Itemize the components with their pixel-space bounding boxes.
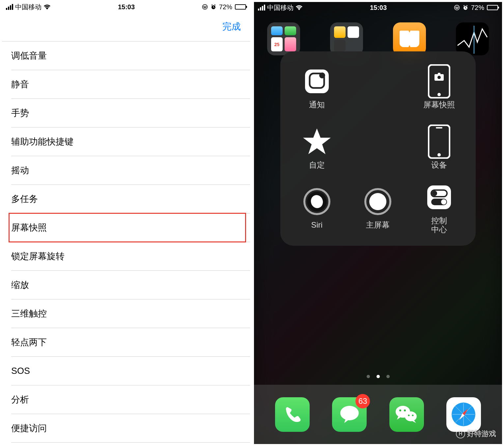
settings-row[interactable]: 摇动 <box>11 156 250 185</box>
settings-row-label: 多任务 <box>11 193 38 205</box>
settings-row[interactable]: 手势 <box>11 99 250 127</box>
settings-row[interactable]: 锁定屏幕旋转 <box>11 242 250 271</box>
settings-row-label: 三维触控 <box>11 308 47 320</box>
svg-point-13 <box>437 76 441 79</box>
svg-point-11 <box>437 93 441 96</box>
stocks-icon[interactable] <box>456 22 489 55</box>
app-folder[interactable] <box>330 22 363 55</box>
ibooks-icon[interactable] <box>393 22 426 55</box>
settings-row-label: 摇动 <box>11 164 29 176</box>
at-label: 控制 中心 <box>431 216 447 234</box>
settings-row[interactable]: 缩放 <box>11 271 250 299</box>
settings-row-label: 轻点两下 <box>11 336 47 348</box>
svg-point-35 <box>412 415 414 416</box>
at-label: Siri <box>311 221 322 229</box>
at-control-center[interactable]: 控制 中心 <box>410 180 468 237</box>
settings-row-label: 分析 <box>11 394 29 405</box>
battery-icon <box>487 5 498 10</box>
assistivetouch-panel: 通知 屏幕快照 自定 设备 Siri <box>280 51 476 246</box>
settings-row[interactable]: 调低音量 <box>11 42 250 70</box>
settings-row-label: 辅助功能快捷键 <box>11 136 73 148</box>
settings-row[interactable]: 多任务 <box>11 185 250 213</box>
svg-point-34 <box>408 415 410 416</box>
siri-icon <box>302 186 332 217</box>
at-label: 主屏幕 <box>366 221 390 229</box>
signal-icon <box>258 5 265 11</box>
signal-icon <box>6 4 13 10</box>
wifi-icon <box>295 5 303 10</box>
home-icon <box>363 186 393 217</box>
rotation-lock-icon <box>454 5 460 11</box>
svg-point-32 <box>404 409 406 411</box>
clock: 15:03 <box>370 4 387 12</box>
settings-row[interactable]: 辅助功能快捷键 <box>11 127 250 156</box>
svg-point-9 <box>319 72 325 78</box>
battery-pct: 72% <box>471 4 484 12</box>
at-screenshot[interactable]: 屏幕快照 <box>410 59 468 116</box>
svg-rect-18 <box>436 127 442 128</box>
svg-rect-4 <box>456 7 457 8</box>
device-icon <box>424 126 454 157</box>
battery-icon <box>235 4 246 10</box>
clock: 15:03 <box>118 3 135 11</box>
carrier-label: 中国移动 <box>15 3 42 12</box>
settings-row[interactable]: 静音 <box>11 70 250 99</box>
at-custom[interactable]: 自定 <box>288 120 346 177</box>
watermark-text: 好特游戏 <box>467 429 496 439</box>
at-siri[interactable]: Siri <box>288 180 346 237</box>
app-row: 25 <box>267 22 489 55</box>
alarm-icon <box>462 5 468 11</box>
rotation-lock-icon <box>202 4 208 10</box>
settings-row[interactable]: 便捷访问 <box>11 414 250 443</box>
svg-point-28 <box>441 199 446 205</box>
svg-marker-15 <box>303 128 331 154</box>
at-notification[interactable]: 通知 <box>288 59 346 116</box>
watermark-badge: H <box>456 429 465 438</box>
svg-point-33 <box>405 411 417 421</box>
settings-row[interactable]: 分析 <box>11 385 250 414</box>
wechat-app-icon[interactable] <box>389 397 424 432</box>
settings-row-label: 锁定屏幕旋转 <box>11 250 65 262</box>
settings-row-label: 便捷访问 <box>11 422 47 434</box>
page-indicator[interactable] <box>254 375 502 378</box>
settings-row-label: 手势 <box>11 107 29 119</box>
settings-row[interactable]: 三维触控 <box>11 299 250 328</box>
home-screen: 中国移动 15:03 72% 25 <box>252 0 504 446</box>
settings-row-label: 调低音量 <box>11 50 47 62</box>
settings-screen: 中国移动 15:03 72% 完成 调低音量静音手势辅助功能快捷键摇动多任务屏幕… <box>0 0 252 446</box>
at-label: 屏幕快照 <box>423 100 455 109</box>
settings-row-label: 缩放 <box>11 279 29 291</box>
svg-point-23 <box>369 193 386 210</box>
svg-rect-1 <box>204 6 205 8</box>
messages-app-icon[interactable]: 63 <box>332 397 367 432</box>
settings-row-label: 静音 <box>11 78 29 90</box>
safari-app-icon[interactable] <box>446 397 481 432</box>
svg-point-29 <box>340 406 359 420</box>
status-bar: 中国移动 15:03 72% <box>2 2 250 12</box>
settings-list[interactable]: 调低音量静音手势辅助功能快捷键摇动多任务屏幕快照锁定屏幕旋转缩放三维触控轻点两下… <box>2 42 250 444</box>
star-icon <box>302 126 332 157</box>
settings-row-label: 屏幕快照 <box>11 222 47 234</box>
wifi-icon <box>43 4 51 10</box>
battery-pct: 72% <box>219 3 232 11</box>
done-button[interactable]: 完成 <box>222 20 241 33</box>
settings-row[interactable]: SOS <box>11 357 250 385</box>
svg-point-26 <box>432 191 437 196</box>
at-label: 通知 <box>309 100 325 109</box>
at-device[interactable]: 设备 <box>410 120 468 177</box>
app-folder[interactable]: 25 <box>267 22 300 55</box>
nav-bar: 完成 <box>2 12 250 42</box>
phone-app-icon[interactable] <box>275 397 310 432</box>
svg-point-17 <box>437 153 441 156</box>
control-center-icon <box>424 182 454 212</box>
at-home[interactable]: 主屏幕 <box>350 180 407 237</box>
settings-row[interactable]: 屏幕快照 <box>11 213 250 242</box>
screenshot-icon <box>424 66 454 97</box>
svg-rect-14 <box>438 73 440 75</box>
alarm-icon <box>210 4 216 10</box>
notification-icon <box>302 66 332 97</box>
watermark: H 好特游戏 <box>456 429 496 439</box>
status-bar: 中国移动 15:03 72% <box>254 2 502 13</box>
at-label: 设备 <box>431 161 447 169</box>
settings-row[interactable]: 轻点两下 <box>11 328 250 357</box>
